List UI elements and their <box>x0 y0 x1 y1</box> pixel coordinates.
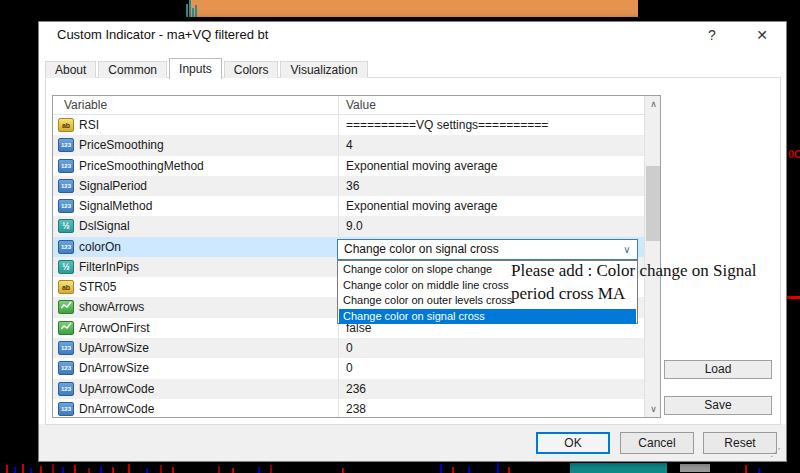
scrollbar-thumb[interactable] <box>646 166 661 241</box>
variable-value[interactable]: 36 <box>346 176 359 196</box>
chart-tick <box>758 468 760 473</box>
chart-tick <box>232 468 234 473</box>
table-row-RSI[interactable]: abRSI==========VQ settings========== <box>53 115 645 135</box>
table-header: Variable Value <box>53 96 645 115</box>
variable-name: DnArrowSize <box>79 358 149 378</box>
save-button[interactable]: Save <box>664 396 772 415</box>
coloron-combobox[interactable]: Change color on signal cross ∨ <box>337 239 638 260</box>
variable-value[interactable]: Exponential moving average <box>346 156 497 176</box>
variable-name: DnArrowCode <box>79 399 154 418</box>
table-row-SignalPeriod[interactable]: 123SignalPeriod36 <box>53 176 645 196</box>
variable-value[interactable]: 238 <box>346 399 366 418</box>
variable-name: colorOn <box>79 237 121 257</box>
chart-tick <box>745 465 747 473</box>
tab-colors[interactable]: Colors <box>224 61 279 78</box>
tab-inputs[interactable]: Inputs <box>169 58 222 79</box>
chart-tick <box>128 464 130 473</box>
variable-value[interactable]: Exponential moving average <box>346 196 497 216</box>
chart-tick <box>146 468 148 473</box>
chart-tick <box>22 464 24 473</box>
close-icon[interactable]: ✕ <box>750 24 774 46</box>
chart-tick <box>74 465 76 473</box>
chart-tick <box>88 468 90 473</box>
resize-grip-icon[interactable]: ⋰ <box>770 446 781 459</box>
variable-name: PriceSmoothingMethod <box>79 156 204 176</box>
background-orange-band <box>190 0 638 17</box>
cancel-button[interactable]: Cancel <box>620 432 694 454</box>
123-type-icon: 123 <box>58 240 74 254</box>
column-header-variable: Variable <box>64 96 107 115</box>
variable-value[interactable]: 4 <box>346 135 353 155</box>
variable-value[interactable]: 9.0 <box>346 216 363 236</box>
variable-value[interactable]: 0 <box>346 338 353 358</box>
chart-tick <box>30 468 32 473</box>
chart-tick <box>270 465 272 473</box>
variable-name: UpArrowCode <box>79 379 154 399</box>
table-row-SignalMethod[interactable]: 123SignalMethodExponential moving averag… <box>53 196 645 216</box>
column-header-value: Value <box>346 96 376 115</box>
table-row-DnArrowCode[interactable]: 123DnArrowCode238 <box>53 399 645 418</box>
chevron-down-icon[interactable]: ∨ <box>619 240 635 259</box>
combobox-selected-value: Change color on signal cross <box>344 240 499 259</box>
tab-common[interactable]: Common <box>98 61 167 78</box>
tab-visualization[interactable]: Visualization <box>280 61 367 78</box>
chart-tick <box>440 464 442 473</box>
chart-spike <box>192 8 194 17</box>
123-type-icon: 123 <box>58 179 74 193</box>
variable-name: ArrowOnFirst <box>79 318 150 338</box>
variable-name: FilterInPips <box>79 257 139 277</box>
dialog-title: Custom Indicator - ma+VQ filtered bt <box>57 27 268 42</box>
chart-tick <box>172 467 174 473</box>
scroll-down-icon[interactable]: ∨ <box>645 401 661 418</box>
variable-name: RSI <box>79 115 99 135</box>
chart-spike <box>189 0 191 17</box>
load-button[interactable]: Load <box>664 360 772 379</box>
help-icon[interactable]: ? <box>700 24 724 46</box>
tab-about[interactable]: About <box>45 61 96 78</box>
chart-spike <box>195 5 197 17</box>
chart-tick <box>452 467 454 473</box>
chart-tick <box>112 467 114 473</box>
variable-name: showArrows <box>79 297 144 317</box>
table-row-PriceSmoothingMethod[interactable]: 123PriceSmoothingMethodExponential movin… <box>53 156 645 176</box>
ok-button[interactable]: OK <box>536 432 610 454</box>
ab-type-icon: ab <box>58 280 74 294</box>
variable-name: UpArrowSize <box>79 338 149 358</box>
background-gray-block <box>680 464 710 472</box>
variable-value[interactable]: ==========VQ settings========== <box>346 115 548 135</box>
vertical-scrollbar[interactable]: ∧ ∨ <box>644 96 661 418</box>
table-row-PriceSmoothing[interactable]: 123PriceSmoothing4 <box>53 135 645 155</box>
variable-name: DslSignal <box>79 216 130 236</box>
chart-tick <box>62 467 64 473</box>
background-teal-block <box>570 463 667 473</box>
screen: 0C Custom Indicator - ma+VQ filtered bt … <box>0 0 800 473</box>
chart-tick <box>14 467 16 473</box>
chart-tick <box>40 466 42 473</box>
annotation-note: Please add : Color change on Signal peri… <box>511 259 773 305</box>
reset-button[interactable]: Reset <box>703 432 777 454</box>
table-row-DslSignal[interactable]: ½DslSignal9.0 <box>53 216 645 236</box>
scroll-up-icon[interactable]: ∧ <box>645 96 661 113</box>
dropdown-option-3[interactable]: Change color on signal cross <box>339 309 636 325</box>
chart-tick <box>6 465 8 473</box>
variable-name: PriceSmoothing <box>79 135 164 155</box>
chart-tick <box>468 466 470 473</box>
table-row-UpArrowSize[interactable]: 123UpArrowSize0 <box>53 338 645 358</box>
chart-tick <box>160 465 162 473</box>
table-row-UpArrowCode[interactable]: 123UpArrowCode236 <box>53 379 645 399</box>
variable-value[interactable]: 0 <box>346 358 353 378</box>
chart-tick <box>218 466 220 473</box>
chart-tick <box>258 467 260 473</box>
ab-type-icon: ab <box>58 118 74 132</box>
chart-tick <box>100 466 102 473</box>
chart-tick <box>508 467 510 473</box>
variable-name: SignalPeriod <box>79 176 147 196</box>
table-row-DnArrowSize[interactable]: 123DnArrowSize0 <box>53 358 645 378</box>
variable-name: STR05 <box>79 277 116 297</box>
half-type-icon: ½ <box>58 260 74 274</box>
price-level-line <box>787 296 800 299</box>
chart-tick <box>342 468 344 473</box>
variable-value[interactable]: 236 <box>346 379 366 399</box>
123-type-icon: 123 <box>58 341 74 355</box>
tab-bar: About Common Inputs Colors Visualization <box>45 57 370 78</box>
